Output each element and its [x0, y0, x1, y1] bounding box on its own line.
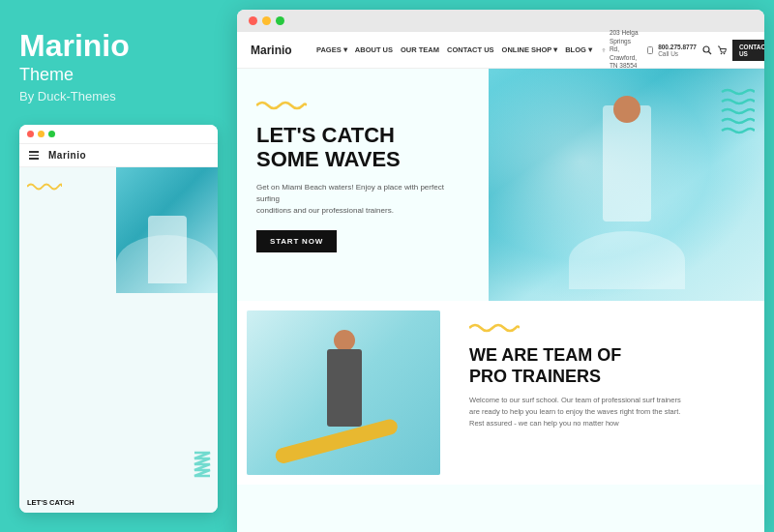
surfer-head: [613, 96, 640, 123]
surfer-wave-splash: [569, 231, 685, 289]
cart-icon[interactable]: [717, 45, 727, 55]
mini-preview-card: Marinio LET'S CATCH: [19, 125, 218, 513]
mini-catch-text: LET'S CATCH: [27, 498, 74, 507]
svg-point-0: [603, 48, 605, 50]
site-content: LET'S CATCH SOME WAVES Get on Miami Beac…: [237, 69, 764, 532]
search-icon[interactable]: [702, 45, 712, 55]
hero-title: LET'S CATCH SOME WAVES: [256, 123, 469, 172]
nav-about[interactable]: ABOUT US: [355, 45, 393, 54]
surfer-body: [603, 105, 651, 222]
mini-dot-yellow: [38, 131, 45, 137]
svg-point-5: [724, 52, 726, 54]
section-below-text: WE ARE TEAM OF PRO TRAINERS Welcome to o…: [450, 301, 764, 485]
start-now-button[interactable]: START NOW: [256, 230, 337, 252]
nav-blog[interactable]: BLOG ▾: [565, 45, 592, 54]
browser-dot-red: [249, 16, 257, 25]
mini-zigzag-icon: [193, 451, 214, 484]
below-person-head: [334, 330, 355, 351]
site-navbar: Marinio PAGES ▾ ABOUT US OUR TEAM CONTAC…: [237, 32, 764, 69]
below-image-bg: [247, 310, 440, 475]
below-section-title: WE ARE TEAM OF PRO TRAINERS: [469, 345, 745, 387]
mini-logo: Marinio: [48, 150, 86, 161]
nav-phone: 800.275.8777Call Us: [658, 44, 697, 57]
left-panel: Marinio Theme By Duck-Themes Marinio: [0, 0, 237, 532]
hero-wave-decoration: [256, 98, 469, 115]
hero-zigzag-decoration: [720, 88, 755, 138]
section-below-hero: WE ARE TEAM OF PRO TRAINERS Welcome to o…: [237, 301, 764, 485]
app-author: By Duck-Themes: [19, 89, 218, 103]
app-subtitle: Theme: [19, 65, 218, 85]
mini-surfer-figure: [148, 216, 187, 283]
phone-icon: [646, 46, 654, 54]
nav-links: PAGES ▾ ABOUT US OUR TEAM CONTACT US ONL…: [316, 45, 592, 54]
mini-dot-green: [48, 131, 55, 137]
svg-line-3: [708, 51, 711, 54]
below-wave-decoration: [469, 320, 745, 338]
mini-surf-image: [116, 167, 218, 293]
nav-address: 203 Helga Springs Rd,Crawford, TN 38554: [610, 29, 640, 70]
browser-dot-yellow: [262, 16, 271, 25]
nav-contact[interactable]: CONTACT US: [447, 45, 494, 54]
svg-point-2: [703, 46, 709, 52]
hero-description: Get on Miami Beach waters! Enjoy a place…: [256, 182, 450, 217]
hero-section: LET'S CATCH SOME WAVES Get on Miami Beac…: [237, 69, 764, 301]
hero-surfer-figure: [569, 96, 685, 289]
svg-rect-1: [648, 46, 653, 53]
nav-icons: [702, 45, 727, 55]
nav-shop[interactable]: ONLINE SHOP ▾: [502, 45, 558, 54]
app-title: Marinio: [19, 29, 218, 63]
site-logo: Marinio: [251, 44, 299, 57]
nav-pages[interactable]: PAGES ▾: [316, 45, 347, 54]
below-person-body: [327, 349, 362, 427]
mini-wave-yellow-icon: [27, 182, 62, 192]
mini-hamburger-icon: [29, 151, 39, 160]
mini-nav: Marinio: [19, 144, 218, 167]
nav-right-info: 203 Helga Springs Rd,Crawford, TN 38554 …: [602, 29, 764, 70]
svg-point-4: [721, 52, 723, 54]
hero-image-area: [489, 69, 764, 301]
below-section-description: Welcome to our surf school. Our team of …: [469, 395, 682, 429]
contact-us-button[interactable]: CONTACT US: [732, 40, 764, 61]
mini-preview-titlebar: [19, 125, 218, 144]
right-panel-browser: Marinio PAGES ▾ ABOUT US OUR TEAM CONTAC…: [237, 10, 764, 532]
section-below-image: [247, 310, 440, 475]
mini-text-area: [27, 182, 114, 199]
mini-preview-body: LET'S CATCH: [19, 167, 218, 513]
nav-team[interactable]: OUR TEAM: [401, 45, 439, 54]
hero-left: LET'S CATCH SOME WAVES Get on Miami Beac…: [237, 69, 489, 301]
browser-dot-green: [276, 16, 284, 25]
mini-dot-red: [27, 131, 34, 137]
location-icon: [602, 45, 606, 55]
